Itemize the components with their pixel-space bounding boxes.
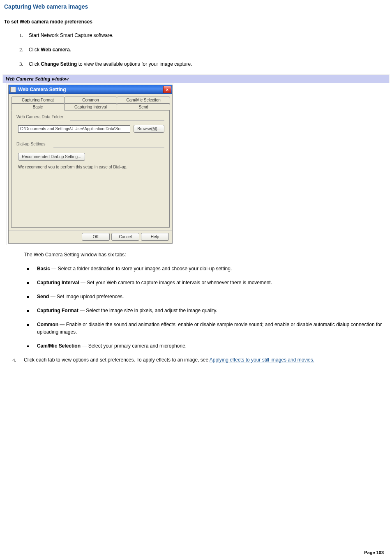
ok-button[interactable]: OK [82,233,110,241]
dialog-caption: Web Camera Setting window [2,74,390,83]
list-item: Capturing Interval — Set your Web camera… [33,279,388,286]
tabs-row-2: Basic Capturing Interval Send [11,104,170,111]
tab-common[interactable]: Common [64,97,118,104]
applying-effects-link[interactable]: Applying effects to your still images an… [210,357,314,363]
tabs-row-1: Capturing Format Common Cam/Mic Selectio… [11,97,170,104]
tab-capturing-interval[interactable]: Capturing Interval [64,104,118,111]
page-title: Capturing Web camera images [4,3,388,10]
desc-cm-bold: Cam/Mic Selection [37,343,81,349]
step-3-pre: Click [29,61,41,67]
folder-path-input[interactable] [18,125,130,133]
step-2-pre: Click [29,47,41,53]
desc-basic-text: — Select a folder destination to store y… [50,266,232,272]
step-2-bold: Web camera [41,47,69,53]
dialog-screenshot: Web Camera Setting × Capturing Format Co… [7,83,174,245]
step-4-text: Click each tab to view options and set p… [24,357,210,363]
browse-button[interactable]: Browse(M)... [134,125,164,133]
list-item: Common — Enable or disable the sound and… [33,321,388,336]
step-2-post: . [70,47,71,53]
tab-send[interactable]: Send [117,104,170,111]
web-camera-setting-dialog: Web Camera Setting × Capturing Format Co… [8,85,173,244]
step-2: Click Web camera. [25,46,388,53]
desc-cm-text: — Select your primary camera and microph… [81,343,187,349]
help-button[interactable]: Help [141,233,169,241]
steps-list: Start Network Smart Capture software. Cl… [25,31,388,68]
step-3-post: to view the available options for your i… [77,61,192,67]
folder-group-label: Web Camera Data Folder [16,115,164,119]
tab-basic[interactable]: Basic [11,104,65,111]
close-icon[interactable]: × [163,86,171,93]
tab-body-basic: Web Camera Data Folder Browse(M)... Dial… [11,111,170,228]
titlebar: Web Camera Setting × [9,85,172,94]
cancel-button[interactable]: Cancel [111,233,139,241]
tabs-intro: The Web Camera Setting window has six ta… [24,251,388,258]
list-item: Send — Set image upload preferences. [33,293,388,300]
recommended-dialup-button[interactable]: Recommended Dial-up Setting... [18,153,85,161]
subsection-title: To set Web camera mode preferences [4,19,388,25]
dialup-group-label: Dial-up Settings [16,142,164,146]
list-item: Basic — Select a folder destination to s… [33,265,388,272]
tab-descriptions: Basic — Select a folder destination to s… [33,265,388,350]
list-item: Cam/Mic Selection — Select your primary … [33,342,388,350]
desc-send-text: — Set image upload preferences. [49,294,124,299]
dialog-title: Web Camera Setting [18,87,66,92]
step-3-bold: Change Setting [41,61,77,67]
tab-cam-mic-selection[interactable]: Cam/Mic Selection [117,97,170,104]
desc-ci-bold: Capturing Interval [37,280,79,286]
browse-label: Browse(M)... [137,127,161,131]
dialog-footer: OK Cancel Help [9,230,172,243]
desc-ci-text: — Set your Web camera to capture images … [79,280,272,286]
divider [53,147,164,148]
desc-cf-bold: Capturing Format [37,308,78,313]
desc-send-bold: Send [37,294,49,299]
step-3: Click Change Setting to view the availab… [25,60,388,68]
dialup-note: We recommend you to perform this setup i… [18,165,164,169]
desc-common-text: Enable or disable the sound and animatio… [37,322,382,335]
desc-common-bold: Common — [37,322,66,327]
desc-cf-text: — Select the image size in pixels, and a… [78,308,217,313]
step-4-number: 4. [12,356,16,365]
list-item: Capturing Format — Select the image size… [33,307,388,314]
app-icon [10,87,16,92]
step-1-text: Start Network Smart Capture software. [29,32,113,38]
page-number: Page 103 [364,550,384,555]
tab-capturing-format[interactable]: Capturing Format [11,97,65,104]
step-4: 4. Click each tab to view options and se… [24,356,388,364]
desc-basic-bold: Basic [37,266,50,272]
step-1: Start Network Smart Capture software. [25,31,388,39]
divider [70,120,164,121]
